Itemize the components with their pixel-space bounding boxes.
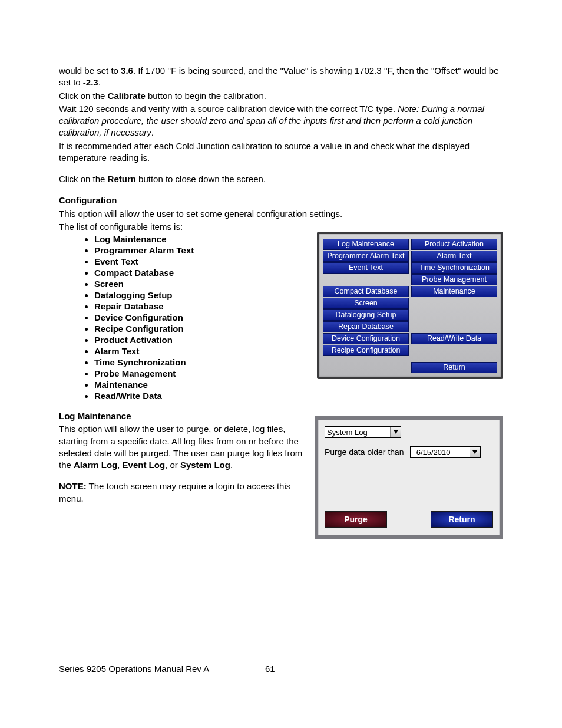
paragraph-offset: would be set to 3.6. If 1700 °F is being… — [59, 65, 503, 89]
purge-label: Purge data older than — [325, 447, 404, 457]
page-number: 61 — [265, 664, 275, 674]
list-item: Maintenance — [94, 380, 503, 390]
menu-return-button[interactable]: Return — [411, 362, 497, 373]
log-maintenance-panel: System Log Purge data older than 6/15/20… — [315, 416, 503, 539]
menu-log-maintenance[interactable]: Log Maintenance — [323, 239, 409, 250]
menu-programmer-alarm-text[interactable]: Programmer Alarm Text — [323, 251, 409, 262]
dropdown-value: System Log — [325, 428, 390, 437]
svg-marker-0 — [394, 430, 398, 434]
menu-repair-database[interactable]: Repair Database — [323, 321, 409, 332]
dropdown-value: 6/15/2010 — [411, 448, 470, 457]
menu-alarm-text[interactable]: Alarm Text — [411, 251, 497, 262]
menu-blank — [411, 321, 497, 331]
paragraph-config-list-intro: The list of configurable items is: — [59, 221, 503, 233]
date-dropdown[interactable]: 6/15/2010 — [410, 446, 481, 458]
paragraph-calibrate: Click on the Calibrate button to begin t… — [59, 90, 503, 102]
menu-datalogging-setup[interactable]: Datalogging Setup — [323, 309, 409, 321]
menu-device-configuration[interactable]: Device Configuration — [323, 333, 409, 344]
menu-probe-management[interactable]: Probe Management — [411, 274, 497, 285]
menu-blank — [411, 298, 497, 308]
page-footer: Series 9205 Operations Manual Rev A 61 — [59, 664, 503, 674]
chevron-down-icon — [470, 447, 480, 457]
menu-event-text[interactable]: Event Text — [323, 262, 409, 274]
menu-time-synchronization[interactable]: Time Synchronization — [411, 262, 497, 274]
paragraph-config-desc: This option will allow the user to set s… — [59, 208, 503, 220]
menu-blank — [411, 309, 497, 319]
menu-blank — [411, 345, 497, 355]
config-menu-panel: Log Maintenance Product Activation Progr… — [317, 232, 503, 379]
footer-title: Series 9205 Operations Manual Rev A — [59, 664, 209, 674]
paragraph-recommend: It is recommended after each Cold Juncti… — [59, 140, 503, 164]
menu-screen[interactable]: Screen — [323, 298, 409, 309]
menu-compact-database[interactable]: Compact Database — [323, 286, 409, 297]
paragraph-return: Click on the Return button to close down… — [59, 173, 503, 185]
menu-product-activation[interactable]: Product Activation — [411, 239, 497, 250]
menu-read-write-data[interactable]: Read/Write Data — [411, 333, 497, 344]
chevron-down-icon — [390, 427, 401, 437]
return-button[interactable]: Return — [431, 511, 493, 528]
heading-configuration: Configuration — [59, 195, 503, 206]
list-item: Read/Write Data — [94, 391, 503, 401]
menu-recipe-configuration[interactable]: Recipe Configuration — [323, 345, 409, 356]
menu-maintenance[interactable]: Maintenance — [411, 286, 497, 297]
log-type-dropdown[interactable]: System Log — [325, 426, 401, 438]
menu-blank — [323, 274, 409, 284]
purge-button[interactable]: Purge — [325, 511, 387, 528]
paragraph-wait: Wait 120 seconds and verify with a sourc… — [59, 103, 503, 139]
svg-marker-1 — [472, 450, 477, 454]
